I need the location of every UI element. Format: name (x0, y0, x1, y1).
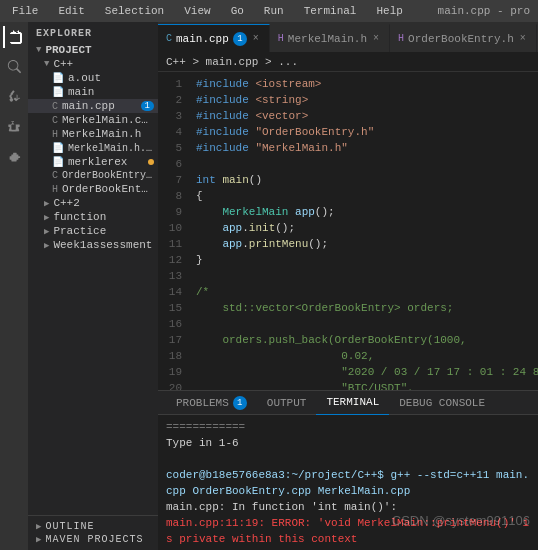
line-number-17: 17 (158, 332, 182, 348)
file-icon: 📄 (52, 142, 64, 154)
tab-main-cpp-close[interactable]: × (251, 32, 261, 45)
sidebar-item-cpp1[interactable]: ▼ C++ (28, 57, 158, 71)
sidebar-item-aout[interactable]: 📄 a.out (28, 71, 158, 85)
tab-merkelmain-h-close[interactable]: × (371, 32, 381, 45)
code-line-12: } (196, 252, 530, 268)
cpp-file-icon: C (52, 170, 58, 181)
tab-orderbookentry-h[interactable]: H OrderBookEntry.h × (390, 24, 537, 52)
sidebar-obe-cpp-label: OrderBookEntry.cpp (62, 170, 154, 181)
line-number-12: 12 (158, 252, 182, 268)
line-number-8: 8 (158, 188, 182, 204)
sidebar-merkelmain-hgch-label: MerkelMain.h.gch (68, 143, 154, 154)
sidebar-project-root[interactable]: ▼ PROJECT (28, 43, 158, 57)
activity-search-icon[interactable] (3, 56, 25, 78)
tab-merkelmain-h[interactable]: H MerkelMain.h × (270, 24, 390, 52)
sidebar: EXPLORER ▼ PROJECT ▼ C++ 📄 a.out 📄 main … (28, 22, 158, 550)
sidebar-item-orderbookentry-h[interactable]: H OrderBookEntry.h (28, 182, 158, 196)
cpp-icon: C (166, 33, 172, 44)
code-line-3: #include <vector> (196, 108, 530, 124)
code-line-16 (196, 316, 530, 332)
sidebar-item-merkelmain-cpp[interactable]: C MerkelMain.cpp (28, 113, 158, 127)
line-number-4: 4 (158, 124, 182, 140)
line-number-19: 19 (158, 364, 182, 380)
title-bar-menu[interactable]: FileEditSelectionViewGoRunTerminalHelp (8, 3, 407, 19)
sidebar-item-merkelmain-hgch[interactable]: 📄 MerkelMain.h.gch (28, 141, 158, 155)
file-icon: 📄 (52, 156, 64, 168)
terminal-line: Type in 1-6 (166, 435, 530, 451)
line-number-1: 1 (158, 76, 182, 92)
activity-debug-icon[interactable] (3, 116, 25, 138)
tab-main-cpp-label: main.cpp (176, 33, 229, 45)
menu-item-view[interactable]: View (180, 3, 214, 19)
code-line-7: int main() (196, 172, 530, 188)
problems-badge: 1 (233, 396, 247, 410)
term-tab-problems[interactable]: PROBLEMS 1 (166, 391, 257, 415)
code-line-15: std::vector<OrderBookEntry> orders; (196, 300, 530, 316)
code-line-19: "2020 / 03 / 17 17 : 01 : 24 884492", (196, 364, 530, 380)
tab-main-cpp-badge: 1 (233, 32, 247, 46)
line-number-9: 9 (158, 204, 182, 220)
code-content[interactable]: #include <iostream>#include <string>#inc… (188, 72, 538, 390)
chevron-down-icon: ▼ (44, 59, 49, 69)
sidebar-item-week1[interactable]: ▶ Week1assessment (28, 238, 158, 252)
term-tab-debug-console[interactable]: DEBUG CONSOLE (389, 391, 495, 415)
term-tab-output[interactable]: OUTPUT (257, 391, 317, 415)
breadcrumb: C++ > main.cpp > ... (158, 52, 538, 72)
h-icon: H (278, 33, 284, 44)
menu-item-terminal[interactable]: Terminal (300, 3, 361, 19)
editor-area: C main.cpp 1 × H MerkelMain.h × H OrderB… (158, 22, 538, 550)
cpp-file-icon: C (52, 115, 58, 126)
code-line-8: { (196, 188, 530, 204)
menu-item-go[interactable]: Go (227, 3, 248, 19)
sidebar-merkelmain-cpp-label: MerkelMain.cpp (62, 114, 154, 126)
sidebar-item-practice[interactable]: ▶ Practice (28, 224, 158, 238)
term-tab-terminal-label: TERMINAL (326, 396, 379, 408)
file-icon: 📄 (52, 72, 64, 84)
menu-item-run[interactable]: Run (260, 3, 288, 19)
line-numbers: 1234567891011121314151617181920212223242… (158, 72, 188, 390)
code-line-20: "BTC/USDT", (196, 380, 530, 390)
tab-obe-h-close[interactable]: × (518, 32, 528, 45)
sidebar-item-merklerex[interactable]: 📄 merklerex (28, 155, 158, 169)
outline-label: OUTLINE (45, 521, 94, 532)
code-line-11: app.printMenu(); (196, 236, 530, 252)
tab-merkelmain-h-label: MerkelMain.h (288, 33, 367, 45)
sidebar-item-cpp2[interactable]: ▶ C++2 (28, 196, 158, 210)
line-number-16: 16 (158, 316, 182, 332)
code-line-1: #include <iostream> (196, 76, 530, 92)
sidebar-item-function[interactable]: ▶ function (28, 210, 158, 224)
activity-extensions-icon[interactable] (3, 146, 25, 168)
activity-explorer-icon[interactable] (3, 26, 25, 48)
menu-item-help[interactable]: Help (372, 3, 406, 19)
sidebar-main-label: main (68, 86, 94, 98)
file-icon: 📄 (52, 86, 64, 98)
sidebar-maven[interactable]: ▶ MAVEN PROJECTS (36, 533, 150, 546)
term-tab-terminal[interactable]: TERMINAL (316, 391, 389, 415)
menu-item-file[interactable]: File (8, 3, 42, 19)
chevron-right-icon: ▶ (44, 212, 49, 223)
main-layout: EXPLORER ▼ PROJECT ▼ C++ 📄 a.out 📄 main … (0, 22, 538, 550)
menu-item-edit[interactable]: Edit (54, 3, 88, 19)
terminal-line (166, 451, 530, 467)
activity-git-icon[interactable] (3, 86, 25, 108)
code-line-17: orders.push_back(OrderBookEntry(1000, (196, 332, 530, 348)
sidebar-item-main-cpp[interactable]: C main.cpp 1 (28, 99, 158, 113)
code-line-2: #include <string> (196, 92, 530, 108)
tabs-bar: C main.cpp 1 × H MerkelMain.h × H OrderB… (158, 22, 538, 52)
tab-main-cpp[interactable]: C main.cpp 1 × (158, 24, 270, 52)
term-tab-output-label: OUTPUT (267, 397, 307, 409)
terminal-line: coder@b18e5766e8a3:~/project/C++$ g++ --… (166, 467, 530, 499)
sidebar-section-project: ▼ PROJECT ▼ C++ 📄 a.out 📄 main C main.cp… (28, 43, 158, 252)
sidebar-item-main[interactable]: 📄 main (28, 85, 158, 99)
sidebar-function-label: function (53, 211, 106, 223)
terminal-content[interactable]: ============Type in 1-6 coder@b18e5766e8… (158, 415, 538, 550)
sidebar-outline[interactable]: ▶ OUTLINE (36, 520, 150, 533)
code-editor[interactable]: 1234567891011121314151617181920212223242… (158, 72, 538, 390)
line-number-14: 14 (158, 284, 182, 300)
sidebar-item-merkelmain-h[interactable]: H MerkelMain.h (28, 127, 158, 141)
sidebar-item-orderbookentry-cpp[interactable]: C OrderBookEntry.cpp (28, 169, 158, 182)
term-tab-problems-label: PROBLEMS (176, 397, 229, 409)
line-number-3: 3 (158, 108, 182, 124)
menu-item-selection[interactable]: Selection (101, 3, 168, 19)
term-tab-debug-label: DEBUG CONSOLE (399, 397, 485, 409)
